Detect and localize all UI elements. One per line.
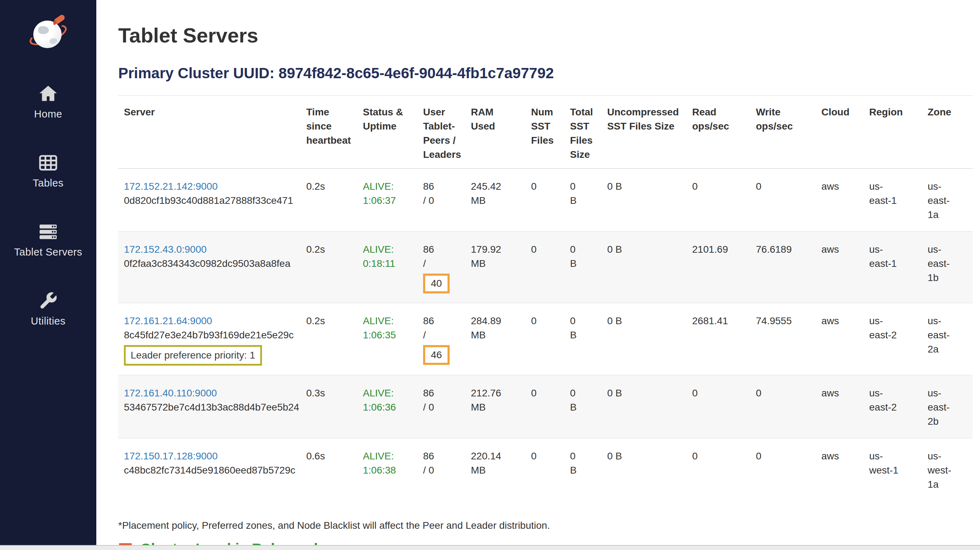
ram-used: 179.92 MB (471, 242, 508, 271)
server-link[interactable]: 172.161.21.64:9000 (124, 315, 212, 326)
status-cell: ALIVE: 1:06:36 (357, 375, 417, 438)
server-link[interactable]: 172.161.40.110:9000 (124, 388, 217, 399)
write-ops-cell: 76.6189 (750, 232, 816, 303)
ram-cell: 284.89 MB (465, 303, 525, 375)
total-sst-cell: 0 B (564, 168, 601, 232)
num-sst-cell: 0 (525, 168, 564, 232)
cloud-cell: aws (816, 438, 864, 501)
tablet-servers-table: Server Time since heartbeat Status & Upt… (118, 95, 972, 501)
read-ops-cell: 2681.41 (687, 303, 750, 375)
sidebar-item-utilities[interactable]: Utilities (31, 291, 65, 327)
status-uptime: ALIVE: 1:06:36 (363, 386, 402, 415)
total-sst-size: 0 B (570, 386, 583, 415)
server-link[interactable]: 172.150.17.128:9000 (124, 451, 218, 461)
total-sst-size: 0 B (570, 242, 583, 271)
ram-used: 245.42 MB (471, 180, 508, 208)
column-header-num-sst: Num SST Files (525, 95, 564, 168)
region: us-east-1 (869, 242, 899, 271)
logo-rocket (54, 14, 66, 24)
status-uptime: ALIVE: 1:06:38 (363, 449, 402, 477)
sidebar-item-home[interactable]: Home (34, 84, 62, 120)
table-row: 172.150.17.128:9000 c48bc82fc7314d5e9186… (118, 438, 972, 501)
write-ops-cell: 0 (750, 375, 816, 438)
uncompressed-sst-cell: 0 B (601, 168, 687, 232)
total-sst-cell: 0 B (564, 375, 601, 438)
table-header-row: Server Time since heartbeat Status & Upt… (118, 95, 972, 168)
leader-preference-badge: Leader preference priority: 1 (124, 345, 262, 366)
server-cell: 172.161.40.110:9000 53467572be7c4d13b3ac… (118, 375, 301, 438)
column-header-ram: RAM Used (465, 95, 525, 168)
table-row: 172.152.43.0:9000 0f2faa3c834343c0982dc9… (118, 232, 972, 303)
uncompressed-sst-cell: 0 B (601, 375, 687, 438)
write-ops-cell: 74.9555 (750, 303, 816, 375)
tablet-peers-leaders: 86 / (423, 242, 439, 271)
table-row: 172.152.21.142:9000 0d820cf1b93c40d881a2… (118, 168, 972, 232)
zone: us-east-1b (928, 242, 957, 285)
zone-cell: us-east-2a (922, 303, 972, 375)
uncompressed-sst-cell: 0 B (601, 232, 687, 303)
heartbeat-cell: 0.6s (301, 438, 357, 501)
leaders-highlight-badge: 40 (423, 273, 450, 293)
leaders-highlight-badge: 46 (423, 345, 450, 365)
region-cell: us-east-2 (864, 303, 922, 375)
read-ops-cell: 2101.69 (687, 232, 750, 303)
column-header-region: Region (864, 95, 922, 168)
column-header-uncompressed-sst: Uncompressed SST Files Size (601, 95, 687, 168)
write-ops-cell: 0 (750, 438, 816, 501)
zone-cell: us-east-2b (922, 375, 972, 438)
status-cell: ALIVE: 1:06:35 (357, 303, 417, 375)
column-header-total-sst: Total SST Files Size (564, 95, 601, 168)
column-header-heartbeat: Time since heartbeat (301, 95, 357, 168)
region: us-east-1 (869, 180, 899, 208)
column-header-read-ops: Read ops/sec (687, 95, 750, 168)
table-row: 172.161.40.110:9000 53467572be7c4d13b3ac… (118, 375, 972, 438)
sidebar-item-tables[interactable]: Tables (33, 153, 64, 189)
server-uuid: 8c45fd27e3e24b7b93f169de21e5e29c (124, 328, 295, 342)
uncompressed-sst-cell: 0 B (601, 438, 687, 501)
zone-cell: us-east-1b (922, 232, 972, 303)
cloud-cell: aws (816, 303, 864, 375)
column-header-write-ops: Write ops/sec (750, 95, 816, 168)
total-sst-cell: 0 B (564, 232, 601, 303)
region-cell: us-west-1 (864, 438, 922, 501)
status-uptime: ALIVE: 1:06:37 (363, 180, 402, 208)
zone: us-east-1a (928, 180, 957, 222)
region: us-east-2 (869, 386, 899, 415)
main-content: Tablet Servers Primary Cluster UUID: 897… (96, 0, 980, 550)
read-ops-cell: 0 (687, 375, 750, 438)
server-uuid: 53467572be7c4d13b3ac88d4b7ee5b24 (124, 400, 295, 415)
tablet-servers-icon (38, 221, 59, 243)
server-cell: 172.152.21.142:9000 0d820cf1b93c40d881a2… (118, 168, 301, 232)
column-header-server: Server (118, 95, 301, 168)
status-cell: ALIVE: 1:06:37 (357, 168, 417, 232)
ram-cell: 245.42 MB (465, 168, 525, 232)
peers-cell: 86 / 46 (417, 303, 465, 375)
total-sst-cell: 0 B (564, 438, 601, 501)
sidebar-item-label: Tables (33, 177, 64, 189)
ram-cell: 212.76 MB (465, 375, 525, 438)
ram-used: 284.89 MB (471, 314, 508, 342)
zone: us-west-1a (928, 449, 957, 491)
read-ops-cell: 0 (687, 438, 750, 501)
total-sst-size: 0 B (570, 449, 583, 477)
placement-policy-footnote: *Placement policy, Preferred zones, and … (118, 520, 969, 531)
num-sst-cell: 0 (525, 375, 564, 438)
sidebar-item-label: Home (34, 108, 62, 120)
server-link[interactable]: 172.152.43.0:9000 (124, 244, 207, 255)
server-link[interactable]: 172.152.21.142:9000 (124, 181, 218, 192)
tablet-peers-leaders: 86 / (423, 314, 439, 342)
ram-cell: 220.14 MB (465, 438, 525, 501)
column-header-status: Status & Uptime (357, 95, 417, 168)
server-cell: 172.150.17.128:9000 c48bc82fc7314d5e9186… (118, 438, 301, 501)
total-sst-cell: 0 B (564, 303, 601, 375)
zone-cell: us-east-1a (922, 168, 972, 232)
server-uuid: 0f2faa3c834343c0982dc9503a8a8fea (124, 257, 295, 271)
column-header-zone: Zone (922, 95, 972, 168)
tablet-peers-leaders: 86 / 0 (423, 180, 439, 208)
zone: us-east-2a (928, 314, 957, 356)
sidebar-item-tablet-servers[interactable]: Tablet Servers (14, 221, 82, 258)
table-row: 172.161.21.64:9000 8c45fd27e3e24b7b93f16… (118, 303, 972, 375)
heartbeat-cell: 0.2s (301, 303, 357, 375)
read-ops-cell: 0 (687, 168, 750, 232)
ram-used: 220.14 MB (471, 449, 508, 477)
